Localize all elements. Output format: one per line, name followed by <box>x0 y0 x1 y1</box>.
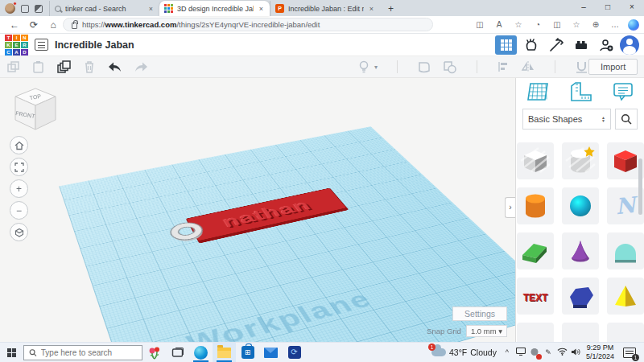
shape-cone[interactable] <box>562 232 599 269</box>
settings-button[interactable]: Settings <box>452 306 507 321</box>
workplane-tool-icon[interactable] <box>526 81 550 105</box>
read-aloud-icon[interactable]: A <box>490 20 508 29</box>
close-tab-icon[interactable]: × <box>258 5 265 13</box>
tinkercad-logo[interactable]: TINKERCAD <box>5 35 28 56</box>
mail-icon[interactable] <box>259 343 283 362</box>
group-icon[interactable] <box>417 60 431 74</box>
taskbar-search[interactable] <box>23 345 142 360</box>
start-button[interactable] <box>0 343 23 362</box>
shape-text[interactable]: TEXTTEXT <box>517 278 554 315</box>
favorites-bar-icon[interactable]: ☆ <box>568 20 585 29</box>
tray-expand-icon[interactable]: ^ <box>502 348 512 356</box>
delete-icon[interactable] <box>83 60 96 74</box>
shape-category-select[interactable]: Basic Shapes ▲▼ <box>522 109 611 130</box>
keychain-model[interactable]: nathan <box>186 188 348 241</box>
menu-icon[interactable] <box>35 39 48 51</box>
volume-icon[interactable] <box>571 348 580 358</box>
copy-icon[interactable] <box>6 60 20 74</box>
search-shapes-button[interactable] <box>615 109 638 130</box>
tab-title: 3D design Incredible Jaban - Tin <box>177 5 254 13</box>
back-icon[interactable]: ← <box>5 19 24 31</box>
shape-cylinder[interactable] <box>517 187 554 224</box>
show-all-icon[interactable] <box>358 60 369 74</box>
ungroup-icon[interactable] <box>443 60 457 74</box>
ruler-tool-icon[interactable] <box>569 81 592 105</box>
shape-round-roof[interactable] <box>607 232 644 269</box>
sim-lab-button[interactable] <box>520 35 542 55</box>
notes-tool-icon[interactable] <box>612 81 634 105</box>
view-3d-button[interactable] <box>495 35 517 55</box>
shape-pyramid[interactable] <box>607 278 644 315</box>
copilot-icon[interactable] <box>628 19 639 31</box>
shape-cylinder-hole[interactable] <box>562 142 599 179</box>
shape-polygon[interactable] <box>562 278 599 315</box>
undo-icon[interactable] <box>107 61 122 73</box>
blocks-button[interactable] <box>545 35 567 55</box>
account-avatar[interactable] <box>620 35 639 55</box>
panel-scrollbar[interactable] <box>638 158 642 215</box>
browser-profile-avatar[interactable] <box>5 3 15 14</box>
sync-app-icon[interactable]: ⟳ <box>283 343 306 362</box>
onedrive-alert-icon[interactable] <box>530 348 539 358</box>
mirror-icon[interactable] <box>521 60 535 73</box>
workplane-drop-icon[interactable] <box>575 60 588 74</box>
redo-icon[interactable] <box>134 61 149 73</box>
rewards-icon[interactable]: ◔ <box>529 20 547 29</box>
minimize-button[interactable]: – <box>572 0 596 14</box>
design-canvas[interactable]: Workplane nathan TOP FRONT + <box>0 78 515 342</box>
pen-tray-icon[interactable]: ✎ <box>543 348 553 356</box>
favorite-star-icon[interactable]: ☆ <box>510 20 527 29</box>
close-tab-icon[interactable]: × <box>147 5 155 13</box>
new-tab-button[interactable]: + <box>380 3 402 16</box>
lego-brick-icon <box>573 37 589 53</box>
collections-icon[interactable]: ⊕ <box>587 20 605 29</box>
shape-roof[interactable] <box>517 232 554 269</box>
import-button[interactable]: Import <box>588 59 638 75</box>
show-all-caret-icon[interactable]: ▾ <box>374 64 378 71</box>
taskbar-clock[interactable]: 9:29 PM 5/1/2024 <box>586 343 614 361</box>
sidebar-icon[interactable]: ◫ <box>548 20 566 29</box>
design-title[interactable]: Incredible Jaban <box>55 39 134 51</box>
maximize-button[interactable]: □ <box>596 0 620 14</box>
shape-sphere[interactable] <box>562 187 599 224</box>
align-icon[interactable] <box>497 60 510 73</box>
wifi-icon[interactable] <box>557 348 567 357</box>
action-center-icon[interactable]: 1 <box>623 348 636 358</box>
snap-grid-select[interactable]: 1.0 mm ▾ <box>466 325 507 337</box>
tab-actions-icon[interactable] <box>35 5 43 13</box>
home-icon[interactable]: ⌂ <box>43 19 63 31</box>
search-input[interactable] <box>41 348 137 357</box>
split-screen-icon[interactable]: ◫ <box>471 20 489 29</box>
bricks-button[interactable] <box>570 35 592 55</box>
tab-3d-design[interactable]: 3D design Incredible Jaban - Tin × <box>159 1 270 16</box>
collapse-panel-button[interactable]: › <box>505 197 515 218</box>
more-menu-icon[interactable]: … <box>606 20 624 29</box>
duplicate-icon[interactable] <box>56 60 72 75</box>
workplane[interactable]: Workplane nathan <box>59 126 515 342</box>
close-tab-icon[interactable]: × <box>368 5 375 13</box>
zoom-out-button[interactable]: − <box>10 201 28 220</box>
close-window-button[interactable]: × <box>620 0 644 14</box>
keychain-ring[interactable] <box>168 220 205 241</box>
url-field[interactable]: https://www.tinkercad.com/things/2sYE4yn… <box>63 18 433 31</box>
task-view-button[interactable] <box>166 343 189 362</box>
paste-icon[interactable] <box>31 60 45 74</box>
tab-search[interactable]: tinker cad - Search × <box>49 1 159 16</box>
invite-button[interactable] <box>595 35 617 55</box>
refresh-icon[interactable]: ⟳ <box>24 19 43 31</box>
search-highlights-icon[interactable] <box>142 343 166 362</box>
shape-box-hole[interactable] <box>517 142 554 179</box>
home-view-button[interactable] <box>10 136 28 154</box>
edge-taskbar-icon[interactable] <box>189 343 213 362</box>
fit-view-button[interactable] <box>10 158 28 176</box>
editor-toolbar: ▾ Import Export Send To <box>0 56 644 78</box>
microsoft-store-icon[interactable]: ⊞ <box>236 343 259 362</box>
tab-edit-model[interactable]: P Incredible Jaban : Edit model | P × <box>270 1 380 16</box>
perspective-toggle-button[interactable] <box>10 223 28 241</box>
file-explorer-icon[interactable] <box>213 343 236 362</box>
monitor-tray-icon[interactable] <box>516 348 526 357</box>
zoom-in-button[interactable]: + <box>10 179 28 198</box>
weather-widget[interactable]: 1 43°F Cloudy <box>431 348 497 357</box>
workspaces-icon[interactable] <box>21 5 29 13</box>
view-cube[interactable]: TOP FRONT <box>10 84 61 138</box>
